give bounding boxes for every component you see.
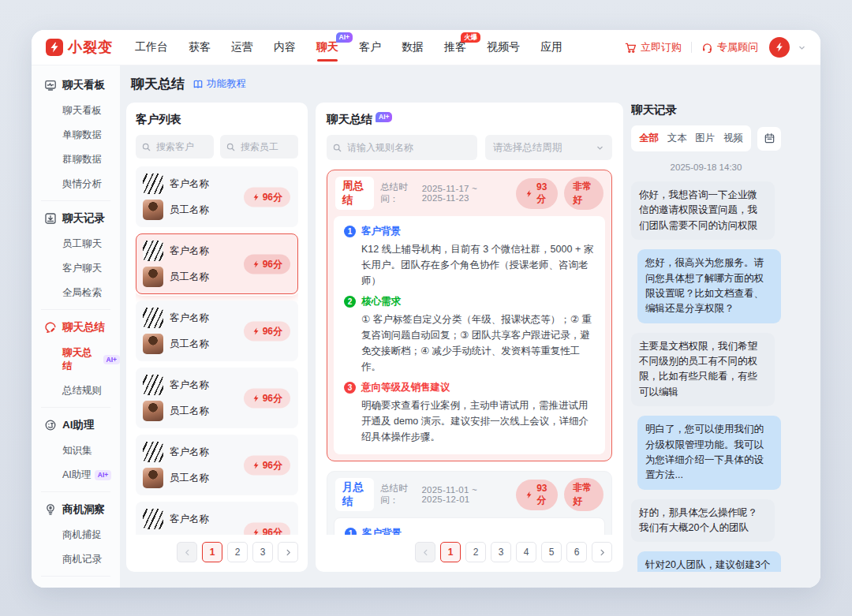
- ai-plus-badge: AI+: [103, 355, 120, 364]
- sidebar-item[interactable]: 群聊数据: [32, 147, 120, 172]
- sidebar-item[interactable]: 知识集: [32, 439, 120, 463]
- sidebar-group-title: 商机洞察: [62, 502, 105, 517]
- sidebar-item[interactable]: 员工聊天: [32, 232, 120, 256]
- search-customer-input[interactable]: [155, 140, 208, 153]
- search-customer-box[interactable]: [136, 135, 214, 159]
- headset-icon: [701, 42, 713, 54]
- score-badge: 96分: [244, 388, 290, 408]
- pagination-prev-button[interactable]: [415, 542, 435, 562]
- section-title: 意向等级及销售建议: [361, 381, 450, 394]
- customer-list-item[interactable]: 客户名称员工名称96分: [136, 368, 298, 428]
- rule-search-box[interactable]: [327, 135, 477, 160]
- sidebar-item[interactable]: 全局检索: [32, 281, 120, 305]
- nav-item[interactable]: 工作台: [135, 31, 168, 64]
- chat-tabs: 全部文本图片视频: [631, 125, 751, 151]
- chevron-down-icon: [596, 144, 604, 152]
- nav-item[interactable]: 推客火爆: [444, 31, 466, 64]
- calendar-button[interactable]: [757, 127, 781, 151]
- sidebar-item[interactable]: 单聊数据: [32, 123, 120, 147]
- order-button[interactable]: 立即订购: [625, 40, 682, 54]
- chat-filter-tab[interactable]: 图片: [691, 129, 719, 148]
- brand-logo[interactable]: 小裂变: [46, 38, 113, 57]
- score-badge: 96分: [244, 254, 290, 274]
- pagination-page-button[interactable]: 2: [227, 542, 248, 562]
- section-title: 核心需求: [361, 295, 401, 308]
- sidebar-item[interactable]: 舆情分析: [32, 172, 120, 196]
- pagination-page-button[interactable]: 1: [202, 542, 222, 562]
- nav-item[interactable]: 客户: [359, 31, 381, 64]
- user-avatar[interactable]: [769, 37, 790, 58]
- pagination-next-button[interactable]: [278, 542, 298, 562]
- score-value: 96分: [263, 257, 282, 271]
- pagination-page-button[interactable]: 6: [566, 542, 587, 562]
- rating-badge: 非常好: [564, 177, 604, 210]
- rule-search-input[interactable]: [346, 141, 472, 154]
- search-icon: [141, 142, 151, 152]
- period-select[interactable]: 请选择总结周期: [485, 135, 612, 160]
- page-background: 小裂变 工作台获客运营内容聊天AI+客户数据推客火爆视频号应用 立即订购 专属顾…: [0, 0, 852, 616]
- summary-card: 周总结总结时间：2025-11-17 ~ 2025-11-2393分非常好1客户…: [327, 170, 612, 461]
- search-staff-input[interactable]: [239, 140, 293, 153]
- section-text: K12 线上辅导机构，目前有 3 个微信社群，5000 + 家长用户。团队存在多…: [361, 241, 595, 289]
- sidebar-group-header[interactable]: AI助理: [32, 412, 120, 439]
- nav-item[interactable]: 聊天AI+: [316, 31, 338, 64]
- sidebar-item[interactable]: 客户聊天: [32, 256, 120, 281]
- nav-item-label: 内容: [274, 40, 296, 53]
- chevron-down-icon[interactable]: [798, 43, 806, 52]
- section-number: 2: [344, 296, 356, 308]
- section-title: 客户背景: [361, 225, 401, 238]
- pagination-page-button[interactable]: 4: [516, 542, 536, 562]
- chat-messages: 你好，我想咨询一下企业微信的邀请权限设置问题，我们团队需要不同的访问权限您好，很…: [631, 181, 781, 572]
- sidebar-item-label: 聊天总结: [62, 346, 100, 373]
- pagination-page-button[interactable]: 5: [541, 542, 562, 562]
- pagination-page-button[interactable]: 2: [465, 542, 486, 562]
- sidebar-item[interactable]: 聊天看板: [32, 99, 120, 123]
- period-select-value: 请选择总结周期: [493, 141, 562, 155]
- pagination-page-button[interactable]: 1: [440, 542, 461, 562]
- customer-avatar: [143, 308, 163, 328]
- staff-name: 员工名称: [170, 405, 209, 418]
- pagination-prev-button[interactable]: [177, 542, 197, 562]
- sidebar-group-header[interactable]: 服务质检: [32, 581, 120, 588]
- sidebar-group: AI助理知识集AI助理AI+: [32, 412, 120, 487]
- score-value: 96分: [263, 525, 282, 535]
- customer-list-item[interactable]: 客户名称员工名称96分: [136, 301, 298, 361]
- staff-name: 员工名称: [170, 472, 209, 485]
- sidebar-group-header[interactable]: 聊天记录: [32, 205, 120, 232]
- score-badge: 96分: [244, 321, 290, 341]
- sidebar-group-title: 聊天记录: [62, 211, 105, 226]
- nav-item[interactable]: 运营: [231, 31, 253, 64]
- sidebar-group-title: 聊天总结: [62, 320, 105, 334]
- sidebar-item[interactable]: AI助理AI+: [32, 463, 120, 487]
- sidebar-group-header[interactable]: 聊天总结: [32, 314, 120, 341]
- sidebar-item[interactable]: 总结规则: [32, 379, 120, 403]
- book-icon: [192, 79, 204, 90]
- customer-list-item[interactable]: 客户名称员工名称96分: [136, 435, 298, 495]
- pagination-page-button[interactable]: 3: [252, 542, 273, 562]
- advisor-label: 专属顾问: [717, 40, 758, 54]
- sidebar-item[interactable]: 聊天总结AI+: [32, 341, 120, 379]
- chat-filter-tab[interactable]: 文本: [663, 129, 691, 148]
- nav-item[interactable]: 获客: [189, 31, 211, 64]
- chat-filter-tab[interactable]: 视频: [719, 129, 747, 148]
- nav-item[interactable]: 视频号: [487, 31, 520, 64]
- customer-list-item[interactable]: 客户名称员工名称96分: [136, 233, 298, 294]
- pagination-next-button[interactable]: [592, 542, 612, 562]
- sidebar-group-header[interactable]: 商机洞察: [32, 496, 120, 523]
- nav-item[interactable]: 应用: [540, 31, 562, 64]
- customer-list-item[interactable]: 客户名称员工名称96分: [136, 502, 298, 535]
- nav-item[interactable]: 内容: [274, 31, 296, 64]
- sidebar-group-title: AI助理: [62, 418, 95, 432]
- section-header: 2核心需求: [344, 295, 595, 308]
- pagination-page-button[interactable]: 3: [491, 542, 511, 562]
- sidebar-group-header[interactable]: 聊天看板: [32, 72, 120, 99]
- tutorial-link[interactable]: 功能教程: [192, 77, 246, 91]
- customer-list-item[interactable]: 客户名称员工名称96分: [136, 166, 298, 227]
- search-staff-box[interactable]: [220, 135, 298, 159]
- chat-filter-tab[interactable]: 全部: [635, 129, 663, 148]
- sidebar-item[interactable]: 商机记录: [32, 547, 120, 572]
- nav-item[interactable]: 数据: [402, 31, 424, 64]
- ai-assistant-icon: [44, 419, 57, 431]
- advisor-button[interactable]: 专属顾问: [701, 40, 758, 54]
- sidebar-item[interactable]: 商机捕捉: [32, 523, 120, 547]
